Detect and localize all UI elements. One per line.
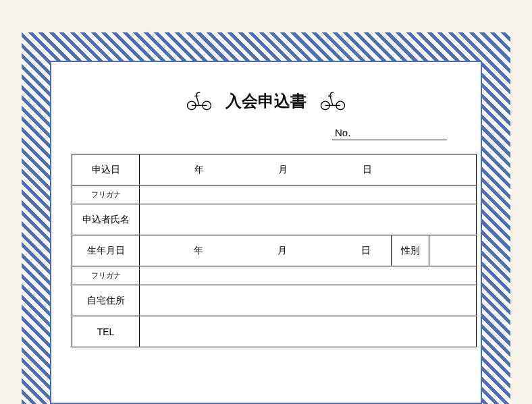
furigana1-label: フリガナ — [72, 185, 140, 204]
no-row: No. — [72, 125, 460, 140]
day-unit: 日 — [361, 245, 371, 256]
home-address-label: 自宅住所 — [72, 285, 140, 316]
tel-label: TEL — [72, 316, 140, 347]
month-unit: 月 — [278, 164, 288, 175]
decorative-border: 入会申込書 No. — [22, 32, 510, 404]
furigana2-cell[interactable] — [140, 266, 477, 285]
year-unit: 年 — [194, 164, 204, 175]
no-field[interactable]: No. — [332, 125, 447, 140]
page-title: 入会申込書 — [225, 90, 307, 112]
year-unit: 年 — [194, 245, 203, 256]
application-date-cell[interactable]: 年 月 日 — [140, 154, 477, 185]
birthday-date-cell[interactable]: 年 月 日 — [140, 235, 392, 266]
bicycle-icon — [319, 89, 347, 113]
form-page: 入会申込書 No. — [50, 61, 482, 404]
furigana1-cell[interactable] — [140, 185, 477, 204]
applicant-name-label: 申込者氏名 — [72, 204, 140, 235]
applicant-name-cell[interactable] — [140, 204, 477, 235]
tel-cell[interactable] — [140, 316, 477, 347]
month-unit: 月 — [277, 245, 287, 256]
bicycle-icon — [185, 89, 213, 113]
gender-label: 性別 — [392, 235, 429, 266]
application-form-table: 申込日 年 月 日 フリガナ 申込者氏名 生年月日 — [72, 154, 477, 347]
title-row: 入会申込書 — [72, 89, 460, 113]
no-label: No. — [335, 127, 350, 138]
gender-cell[interactable] — [429, 235, 477, 266]
furigana2-label: フリガナ — [72, 266, 140, 285]
application-date-label: 申込日 — [72, 154, 140, 185]
day-unit: 日 — [363, 164, 372, 175]
home-address-cell[interactable] — [140, 285, 477, 316]
birthday-label: 生年月日 — [72, 235, 140, 266]
